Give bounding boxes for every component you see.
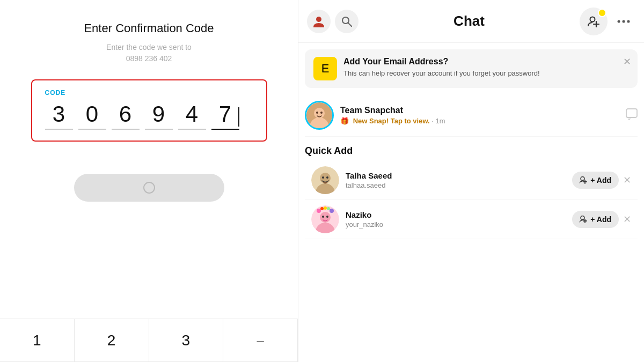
chat-title: Chat	[363, 13, 575, 29]
talha-avatar-svg	[311, 166, 339, 194]
talha-avatar	[311, 166, 339, 194]
svg-point-20	[581, 177, 584, 181]
banner-title: Add Your Email Address?	[343, 57, 540, 67]
confirmation-subtitle: Enter the code we sent to 0898 236 402	[106, 42, 192, 64]
naziko-add-label: + Add	[590, 215, 611, 224]
snap-emoji: 🎁	[340, 117, 349, 125]
add-friend-button[interactable]	[580, 8, 608, 35]
talha-add-label: + Add	[590, 176, 611, 184]
svg-line-2	[348, 23, 352, 26]
keypad: 1 2 3 –	[0, 319, 298, 362]
svg-point-12	[316, 112, 318, 114]
code-digits: 3 0 6 9 4 7	[45, 102, 253, 130]
team-snapchat-chat[interactable]: Team Snapchat 🎁 New Snap! Tap to view. ·…	[305, 94, 638, 137]
svg-point-33	[581, 216, 584, 220]
digit-5: 4	[178, 102, 206, 130]
naziko-dismiss-button[interactable]: ✕	[623, 213, 631, 225]
code-label: CODE	[45, 89, 253, 97]
snap-preview-text: New Snap! Tap to view.	[353, 117, 430, 125]
svg-point-0	[316, 17, 321, 22]
naziko-info: Naziko your_naziko	[346, 210, 566, 228]
svg-point-1	[342, 17, 349, 24]
team-snapchat-avatar-image	[306, 102, 332, 128]
add-person-icon	[580, 176, 587, 184]
svg-point-8	[627, 20, 630, 23]
quick-add-title: Quick Add	[298, 137, 644, 161]
svg-point-6	[618, 20, 620, 23]
talha-actions: + Add ✕	[572, 172, 631, 189]
search-icon	[341, 16, 352, 27]
naziko-name: Naziko	[346, 210, 566, 219]
svg-point-31	[327, 207, 330, 210]
naziko-avatar-image	[311, 205, 339, 233]
email-banner: E Add Your Email Address? This can help …	[305, 49, 638, 88]
chat-time: · 1m	[431, 117, 445, 125]
add-friend-icon	[588, 16, 599, 27]
code-input-box[interactable]: CODE 3 0 6 9 4 7	[31, 79, 267, 142]
add-person-icon-2	[580, 216, 587, 223]
svg-point-29	[320, 207, 324, 210]
svg-point-18	[322, 176, 324, 179]
submit-icon	[143, 182, 155, 194]
svg-rect-14	[626, 109, 637, 117]
search-button[interactable]	[335, 10, 358, 33]
team-snapchat-info: Team Snapchat 🎁 New Snap! Tap to view. ·…	[340, 106, 619, 125]
naziko-avatar-svg	[311, 205, 339, 233]
talha-dismiss-button[interactable]: ✕	[623, 174, 631, 186]
key-1[interactable]: 1	[0, 319, 75, 362]
svg-point-26	[322, 216, 324, 218]
person-icon	[313, 16, 325, 27]
talha-username: talhaa.saeed	[346, 181, 566, 189]
naziko-add-button[interactable]: + Add	[572, 211, 619, 228]
email-icon: E	[313, 57, 337, 80]
talha-add-button[interactable]: + Add	[572, 172, 619, 189]
profile-button[interactable]	[307, 10, 331, 33]
banner-description: This can help recover your account if yo…	[343, 69, 540, 78]
digit-3: 6	[112, 102, 140, 130]
naziko-username: your_naziko	[346, 220, 566, 228]
message-icon	[626, 108, 638, 120]
quick-add-list: Talha Saeed talhaa.saeed + Add ✕	[298, 161, 644, 239]
team-snapchat-avatar	[305, 101, 334, 130]
banner-close-button[interactable]: ✕	[623, 56, 631, 68]
naziko-avatar	[311, 205, 339, 233]
more-options-button[interactable]	[612, 10, 635, 33]
talha-name: Talha Saeed	[346, 171, 566, 180]
chat-list: Team Snapchat 🎁 New Snap! Tap to view. ·…	[298, 94, 644, 137]
naziko-actions: + Add ✕	[572, 211, 631, 228]
digit-6: 7	[211, 102, 239, 130]
digit-4: 9	[145, 102, 173, 130]
notification-badge	[598, 9, 606, 17]
svg-point-28	[317, 209, 321, 213]
snapchat-avatar-svg	[306, 102, 332, 128]
email-text: Add Your Email Address? This can help re…	[343, 57, 540, 78]
svg-point-30	[324, 206, 327, 210]
key-3[interactable]: 3	[149, 319, 224, 362]
key-2[interactable]: 2	[75, 319, 149, 362]
digit-1: 3	[45, 102, 73, 130]
team-snapchat-name: Team Snapchat	[340, 106, 619, 115]
quick-add-naziko: Naziko your_naziko + Add ✕	[305, 200, 638, 239]
svg-point-7	[623, 20, 625, 23]
submit-button[interactable]	[74, 174, 224, 202]
svg-point-27	[326, 216, 328, 218]
svg-point-13	[320, 112, 323, 114]
digit-2: 0	[78, 102, 106, 130]
confirmation-title: Enter Confirmation Code	[84, 21, 214, 35]
chat-message-icon[interactable]	[626, 108, 638, 123]
talha-info: Talha Saeed talhaa.saeed	[346, 171, 566, 189]
talha-avatar-image	[311, 166, 339, 194]
svg-point-3	[590, 17, 595, 21]
svg-point-19	[326, 176, 328, 179]
chat-panel: Chat E Add Your Email Address? This c	[298, 0, 644, 362]
team-snapchat-preview: 🎁 New Snap! Tap to view. · 1m	[340, 117, 619, 125]
top-nav: Chat	[298, 0, 644, 43]
quick-add-talha: Talha Saeed talhaa.saeed + Add ✕	[305, 161, 638, 200]
svg-point-32	[330, 209, 334, 213]
more-icon	[617, 19, 630, 24]
key-backspace[interactable]: –	[223, 319, 298, 362]
